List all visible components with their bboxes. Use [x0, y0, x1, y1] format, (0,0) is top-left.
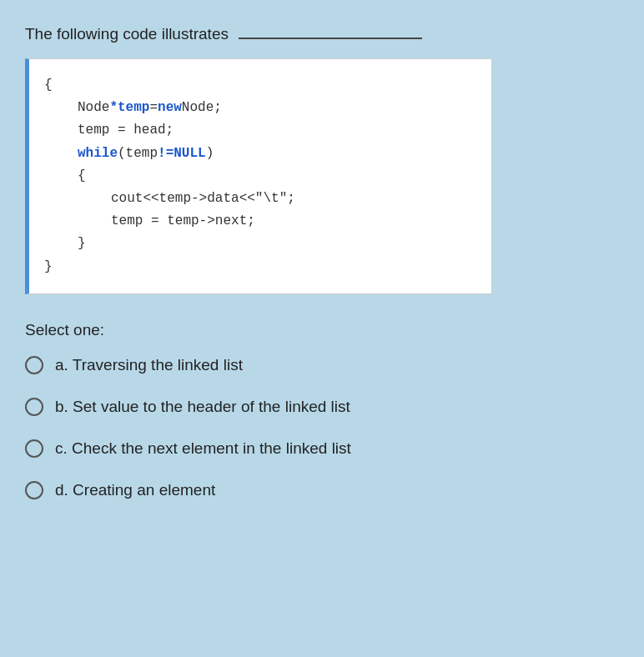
radio-d[interactable] — [25, 481, 43, 499]
code-line-5: cout<<temp->data<<"\t"; — [44, 188, 471, 210]
code-line-0: { — [44, 74, 471, 97]
radio-b[interactable] — [25, 398, 43, 416]
option-a-text: a. Traversing the linked list — [55, 356, 243, 374]
question-text: The following code illustrates — [25, 25, 619, 43]
options-list: a. Traversing the linked list b. Set val… — [25, 356, 619, 499]
question-label: The following code illustrates — [25, 25, 229, 43]
option-a[interactable]: a. Traversing the linked list — [25, 356, 619, 374]
code-line-1: Node *temp = new Node; — [44, 97, 471, 119]
code-line-7: } — [44, 233, 471, 255]
code-line-6: temp = temp->next; — [44, 210, 471, 233]
code-line-2: temp = head; — [44, 119, 471, 142]
select-one-label: Select one: — [25, 321, 619, 339]
option-b-text: b. Set value to the header of the linked… — [55, 398, 350, 416]
question-blank — [239, 38, 422, 39]
option-d-text: d. Creating an element — [55, 481, 215, 499]
radio-a[interactable] — [25, 356, 43, 374]
code-line-3: while(temp != NULL) — [44, 143, 471, 165]
code-line-4: { — [44, 165, 471, 188]
option-b[interactable]: b. Set value to the header of the linked… — [25, 398, 619, 416]
code-block: { Node *temp = new Node; temp = head; wh… — [25, 58, 492, 294]
code-line-8: } — [44, 256, 471, 278]
option-c[interactable]: c. Check the next element in the linked … — [25, 439, 619, 458]
option-d[interactable]: d. Creating an element — [25, 481, 619, 499]
radio-c[interactable] — [25, 439, 43, 458]
question-container: The following code illustrates { Node *t… — [25, 25, 619, 499]
option-c-text: c. Check the next element in the linked … — [55, 439, 351, 458]
